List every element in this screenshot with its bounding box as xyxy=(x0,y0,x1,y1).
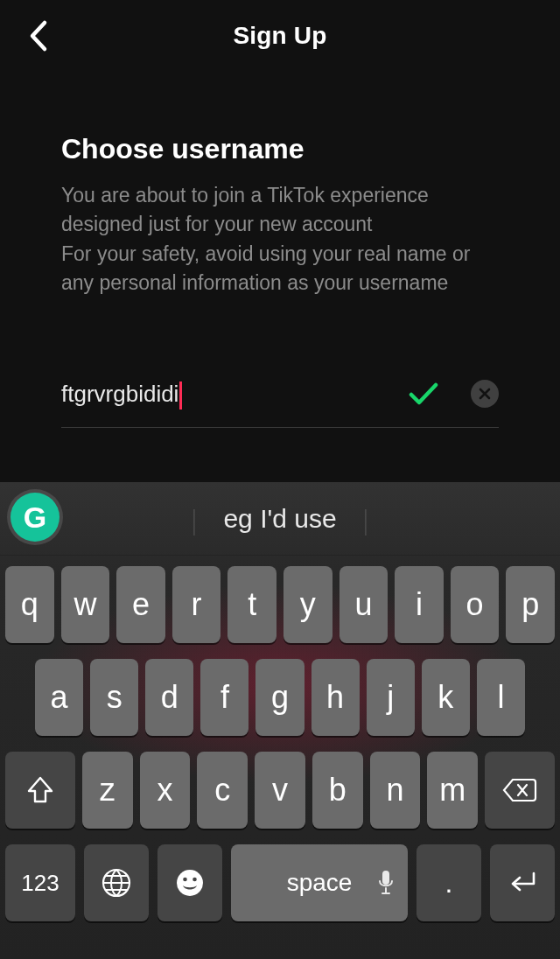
key-f[interactable]: f xyxy=(200,659,248,736)
key-space[interactable]: space xyxy=(231,844,408,921)
suggestion-bar: G eg I'd use xyxy=(0,482,560,556)
row2-spacer-left xyxy=(5,659,28,736)
key-p[interactable]: p xyxy=(506,566,555,643)
keyboard-rows: q w e r t y u i o p a s d f g h j k xyxy=(0,556,560,959)
key-s[interactable]: s xyxy=(90,659,138,736)
close-icon xyxy=(479,388,491,400)
key-globe[interactable] xyxy=(84,844,149,921)
key-e[interactable]: e xyxy=(116,566,165,643)
subheading: You are about to join a TikTok experienc… xyxy=(61,181,499,298)
username-field-row: ftgrvrgbididi xyxy=(61,376,499,428)
key-v[interactable]: v xyxy=(255,752,305,829)
keyboard-row-bottom: 123 space xyxy=(5,844,555,921)
svg-point-1 xyxy=(177,870,203,896)
backspace-icon xyxy=(502,777,537,803)
key-x[interactable]: x xyxy=(140,752,191,829)
suggestion-text[interactable]: eg I'd use xyxy=(193,504,366,534)
keyboard-row-1: q w e r t y u i o p xyxy=(5,566,555,643)
globe-icon xyxy=(101,867,132,899)
grammarly-label: G xyxy=(24,500,46,535)
key-d[interactable]: d xyxy=(145,659,193,736)
microphone-icon xyxy=(376,870,396,896)
key-k[interactable]: k xyxy=(422,659,470,736)
username-input[interactable]: ftgrvrgbididi xyxy=(61,380,396,408)
text-caret xyxy=(179,382,182,410)
chevron-left-icon xyxy=(27,19,48,52)
key-g[interactable]: g xyxy=(256,659,304,736)
svg-rect-4 xyxy=(382,871,389,885)
grammarly-button[interactable]: G xyxy=(10,493,60,542)
key-u[interactable]: u xyxy=(340,566,388,643)
key-return[interactable] xyxy=(490,844,555,921)
key-m[interactable]: m xyxy=(427,752,478,829)
key-o[interactable]: o xyxy=(451,566,500,643)
key-z[interactable]: z xyxy=(82,752,133,829)
key-b[interactable]: b xyxy=(312,752,363,829)
keyboard-row-2: a s d f g h j k l xyxy=(5,659,555,736)
username-value: ftgrvrgbididi xyxy=(61,381,178,408)
key-numbers[interactable]: 123 xyxy=(5,844,75,921)
key-c[interactable]: c xyxy=(197,752,248,829)
return-icon xyxy=(508,870,537,896)
row2-spacer-right xyxy=(532,659,555,736)
key-j[interactable]: j xyxy=(367,659,415,736)
key-w[interactable]: w xyxy=(61,566,110,643)
navbar: Sign Up xyxy=(0,0,560,72)
key-y[interactable]: y xyxy=(284,566,332,643)
key-a[interactable]: a xyxy=(35,659,83,736)
key-shift[interactable] xyxy=(5,752,75,829)
svg-point-3 xyxy=(192,878,197,882)
content: Choose username You are about to join a … xyxy=(0,72,560,428)
keyboard-row-3: z x c v b n m xyxy=(5,752,555,829)
key-emoji[interactable] xyxy=(158,844,222,921)
key-h[interactable]: h xyxy=(312,659,360,736)
key-r[interactable]: r xyxy=(172,566,221,643)
key-i[interactable]: i xyxy=(395,566,444,643)
key-period[interactable]: . xyxy=(416,844,481,921)
emoji-icon xyxy=(174,867,206,899)
space-label: space xyxy=(287,869,353,897)
heading: Choose username xyxy=(61,133,499,165)
key-n[interactable]: n xyxy=(370,752,421,829)
key-q[interactable]: q xyxy=(5,566,54,643)
soft-keyboard: G eg I'd use q w e r t y u i o p a s d xyxy=(0,482,560,959)
back-button[interactable] xyxy=(18,16,58,56)
key-backspace[interactable] xyxy=(485,752,555,829)
clear-input-button[interactable] xyxy=(471,380,499,408)
svg-point-2 xyxy=(183,878,187,882)
key-t[interactable]: t xyxy=(228,566,276,643)
valid-check-icon xyxy=(406,376,441,411)
page-title: Sign Up xyxy=(233,22,326,50)
key-l[interactable]: l xyxy=(477,659,525,736)
shift-icon xyxy=(26,775,54,805)
